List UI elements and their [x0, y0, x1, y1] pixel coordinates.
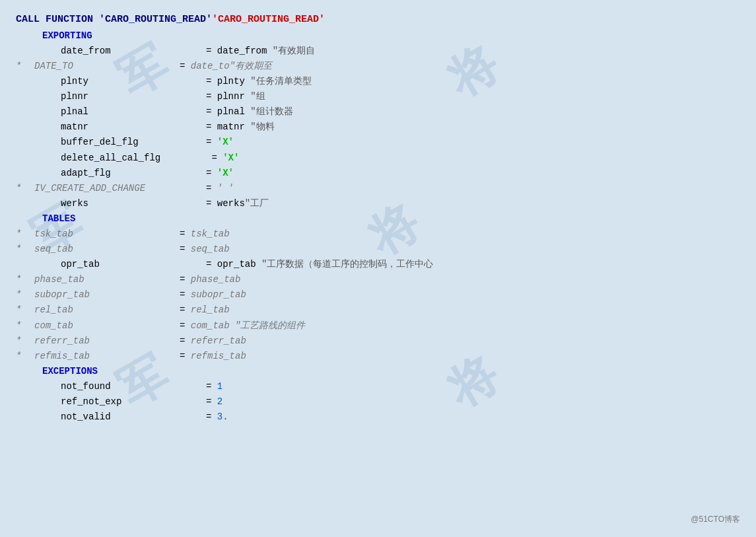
tables-keyword: TABLES — [42, 211, 75, 227]
param-plnnr: plnnr = plnnr "组 — [16, 89, 740, 104]
exporting-section: EXPORTING — [16, 28, 740, 44]
param-subopr-tab: * subopr_tab = subopr_tab — [16, 287, 740, 303]
exceptions-section: EXCEPTIONS — [16, 364, 740, 379]
param-plnal: plnal = plnal "组计数器 — [16, 104, 740, 120]
param-rel-tab: * rel_tab = rel_tab — [16, 303, 740, 318]
param-tsk-tab: * tsk_tab = tsk_tab — [16, 227, 740, 242]
param-plnty: plnty = plnty "任务清单类型 — [16, 74, 740, 89]
param-delete-all-cal-flg: delete_all_cal_flg = 'X' — [16, 151, 740, 166]
param-buffer-del-flg: buffer_del_flg = 'X' — [16, 135, 740, 150]
param-referr-tab: * referr_tab = referr_tab — [16, 334, 740, 349]
param-ref-not-exp: ref_not_exp = 2 — [16, 394, 740, 410]
star-1 — [42, 44, 61, 59]
param-werks: werks = werks "工厂 — [16, 196, 740, 211]
param-refmis-tab: * refmis_tab = refmis_tab — [16, 349, 740, 364]
param-date-to: * DATE_TO = date_to "有效期至 — [16, 59, 740, 74]
param-date-from: date_from = date_from "有效期自 — [16, 44, 740, 59]
star-2: * — [16, 59, 34, 74]
exporting-keyword: EXPORTING — [42, 28, 92, 44]
tables-section: TABLES — [16, 211, 740, 227]
param-com-tab: * com_tab = com_tab "工艺路线的组件 — [16, 318, 740, 334]
param-opr-tab: opr_tab = opr_tab "工序数据（每道工序的控制码，工作中心 — [16, 257, 740, 272]
param-adapt-flg: adapt_flg = 'X' — [16, 166, 740, 181]
call-keyword: CALL FUNCTION 'CARO_ROUTING_READ' — [16, 12, 212, 28]
exceptions-keyword: EXCEPTIONS — [42, 364, 98, 379]
param-iv-create-add-change: * IV_CREATE_ADD_CHANGE = ' ' — [16, 181, 740, 196]
param-phase-tab: * phase_tab = phase_tab — [16, 272, 740, 287]
function-name: 'CARO_ROUTING_READ' — [212, 12, 325, 28]
header-line: CALL FUNCTION 'CARO_ROUTING_READ''CARO_R… — [16, 12, 740, 28]
param-seq-tab: * seq_tab = seq_tab — [16, 242, 740, 257]
param-not-found: not_found = 1 — [16, 379, 740, 394]
param-matnr: matnr = matnr "物料 — [16, 120, 740, 135]
code-container: CALL FUNCTION 'CARO_ROUTING_READ''CARO_R… — [0, 0, 756, 437]
site-badge: @51CTO博客 — [691, 514, 740, 525]
param-not-valid: not_valid = 3. — [16, 410, 740, 425]
